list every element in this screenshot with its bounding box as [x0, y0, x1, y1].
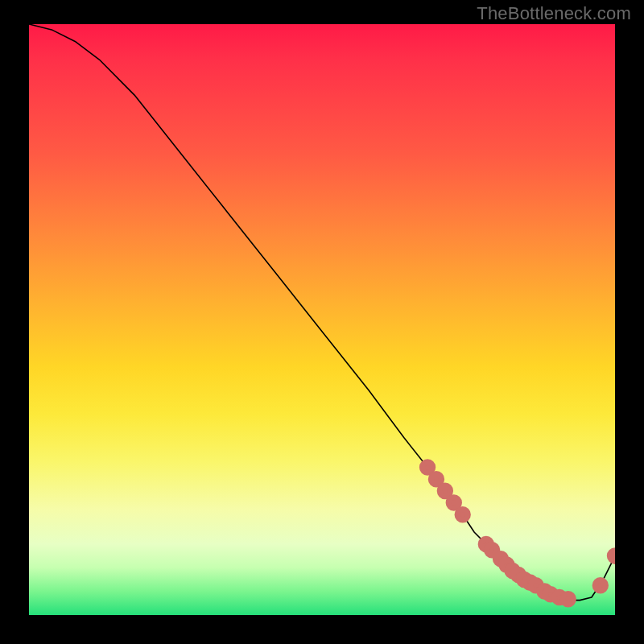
data-dot — [431, 474, 441, 485]
data-dot — [563, 594, 573, 605]
watermark-text: TheBottleneck.com — [477, 3, 631, 24]
bottleneck-curve — [29, 24, 615, 601]
plot-area — [29, 24, 615, 615]
curve-layer — [29, 24, 615, 615]
dot-group — [422, 462, 615, 605]
data-dot — [457, 510, 468, 520]
data-dot — [609, 551, 615, 561]
data-dot — [422, 462, 432, 473]
chart-frame: TheBottleneck.com — [0, 0, 644, 644]
data-dot — [595, 580, 605, 591]
data-dot — [448, 497, 459, 508]
data-dot — [440, 485, 450, 496]
